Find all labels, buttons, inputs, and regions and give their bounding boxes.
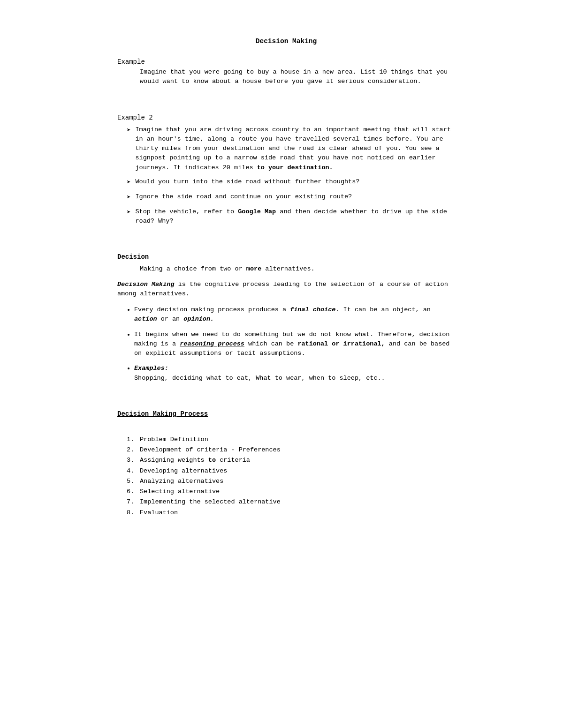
process-step-2-text: Development of criteria - Preferences — [140, 445, 281, 455]
process-step-4: 4. Developing alternatives — [127, 466, 455, 476]
decision-bullet-examples: Examples: Shopping, deciding what to eat… — [134, 364, 455, 383]
decision-section: Decision Making a choice from two or mor… — [117, 253, 455, 383]
example2-item-4-text: Stop the vehicle, refer to Google Map an… — [135, 207, 455, 226]
page-container: Decision Making Example Imagine that you… — [80, 0, 483, 566]
example1-text: Imagine that you were going to buy a hou… — [140, 68, 455, 87]
example1-section: Example Imagine that you were going to b… — [117, 58, 455, 87]
process-step-7: 7. Implementing the selected alternative — [127, 497, 455, 507]
process-step-1: 1. Problem Definition — [127, 435, 455, 445]
example2-item-2: ➤ Would you turn into the side road with… — [127, 177, 455, 188]
example2-item-1-text: Imagine that you are driving across coun… — [135, 125, 455, 173]
example2-section: Example 2 ➤ Imagine that you are driving… — [117, 114, 455, 226]
page-title: Decision Making — [117, 38, 455, 45]
arrow-icon-1: ➤ — [127, 126, 130, 135]
process-section: Decision Making Process 1. Problem Defin… — [117, 410, 455, 518]
process-step-8: 8. Evaluation — [127, 508, 455, 518]
decision-simple-def: Making a choice from two or more alterna… — [140, 264, 455, 274]
process-step-3: 3. Assigning weights to criteria — [127, 455, 455, 465]
example2-item-1: ➤ Imagine that you are driving across co… — [127, 125, 455, 173]
process-step-5: 5. Analyzing alternatives — [127, 476, 455, 487]
decision-full-def: Decision Making is the cognitive process… — [117, 280, 455, 299]
example2-label: Example 2 — [117, 114, 455, 121]
process-heading: Decision Making Process — [117, 410, 455, 418]
process-step-4-text: Developing alternatives — [140, 466, 227, 476]
decision-bullet-1: Every decision making process produces a… — [134, 305, 455, 324]
process-step-5-text: Analyzing alternatives — [140, 476, 223, 487]
process-step-6: 6. Selecting alternative — [127, 487, 455, 497]
process-step-7-text: Implementing the selected alternative — [140, 497, 281, 507]
example1-label: Example — [117, 58, 455, 66]
decision-heading: Decision — [117, 253, 455, 261]
arrow-icon-3: ➤ — [127, 193, 130, 203]
process-step-8-text: Evaluation — [140, 508, 178, 518]
decision-bullet-2: It begins when we need to do something b… — [134, 330, 455, 359]
process-step-1-text: Problem Definition — [140, 435, 208, 445]
example2-item-3: ➤ Ignore the side road and continue on y… — [127, 192, 455, 203]
process-step-6-text: Selecting alternative — [140, 487, 220, 497]
example2-list: ➤ Imagine that you are driving across co… — [127, 125, 455, 226]
arrow-icon-4: ➤ — [127, 208, 130, 218]
arrow-icon-2: ➤ — [127, 178, 130, 188]
example2-item-3-text: Ignore the side road and continue on you… — [135, 192, 455, 202]
example2-item-2-text: Would you turn into the side road withou… — [135, 177, 455, 187]
example2-item-4: ➤ Stop the vehicle, refer to Google Map … — [127, 207, 455, 226]
decision-bullet-list: Every decision making process produces a… — [134, 305, 455, 383]
process-step-3-text: Assigning weights to criteria — [140, 455, 250, 465]
process-step-2: 2. Development of criteria - Preferences — [127, 445, 455, 455]
process-steps-list: 1. Problem Definition 2. Development of … — [127, 435, 455, 518]
